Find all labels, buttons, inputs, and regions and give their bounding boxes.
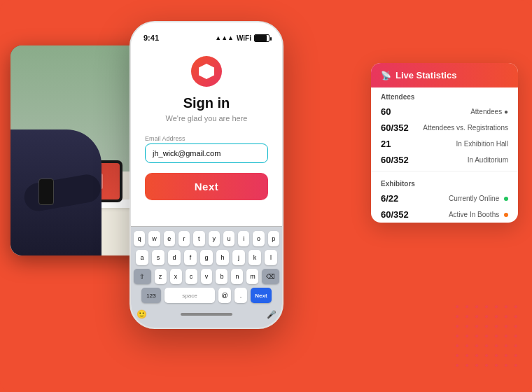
key-z[interactable]: z bbox=[155, 269, 167, 284]
held-phone bbox=[38, 178, 54, 205]
email-input[interactable]: jh_wick@gmail.com bbox=[145, 144, 268, 163]
attendees-vs-reg-count: 60/352 bbox=[381, 122, 409, 133]
online-count: 6/22 bbox=[381, 193, 409, 204]
key-c[interactable]: c bbox=[186, 269, 197, 284]
email-field-wrap: Email Address jh_wick@gmail.com bbox=[145, 135, 268, 163]
signal-icon: ▲▲▲ bbox=[215, 34, 234, 41]
keyboard-row-3: ⇧ z x c v b n m ⌫ bbox=[134, 269, 279, 284]
keyboard-row-1: q w e r t y u i o p bbox=[134, 231, 279, 246]
key-numbers[interactable]: 123 bbox=[141, 288, 161, 303]
key-n[interactable]: n bbox=[231, 269, 243, 284]
exhibition-label: In Exhibition Hall bbox=[409, 140, 508, 148]
key-o[interactable]: o bbox=[253, 231, 264, 246]
stats-header: 📡 Live Statistics bbox=[371, 63, 518, 88]
stats-row-6: 60/352 Active In Booths bbox=[371, 206, 518, 223]
key-d[interactable]: d bbox=[168, 250, 181, 265]
booths-count: 60/352 bbox=[381, 209, 409, 220]
exhibition-count: 21 bbox=[381, 139, 409, 149]
key-q[interactable]: q bbox=[134, 231, 145, 246]
keyboard-row-bottom: 🙂 🎤 bbox=[134, 307, 279, 322]
online-label: Currently Online bbox=[409, 195, 508, 202]
key-at[interactable]: @ bbox=[218, 288, 231, 303]
key-u[interactable]: u bbox=[223, 231, 234, 246]
email-label: Email Address bbox=[145, 135, 268, 142]
key-l[interactable]: l bbox=[265, 250, 277, 265]
attendees-count: 60 bbox=[381, 106, 409, 117]
key-t[interactable]: t bbox=[193, 231, 204, 246]
key-g[interactable]: g bbox=[200, 250, 213, 265]
auditorium-label: In Auditorium bbox=[409, 156, 508, 164]
keyboard-row-4: 123 space @ . Next bbox=[134, 288, 279, 303]
phone-mockup: 9:41 ▲▲▲ WiFi Sign in We're glad you are… bbox=[130, 21, 284, 329]
key-s[interactable]: s bbox=[152, 250, 164, 265]
live-icon: 📡 bbox=[381, 71, 391, 80]
key-e[interactable]: e bbox=[164, 231, 175, 246]
stats-row-2: 60/352 Attendees vs. Registrations bbox=[371, 120, 518, 136]
home-indicator bbox=[181, 313, 232, 316]
battery-icon bbox=[254, 34, 270, 42]
sign-in-title: Sign in bbox=[183, 95, 230, 111]
key-i[interactable]: i bbox=[238, 231, 249, 246]
auditorium-count: 60/352 bbox=[381, 155, 409, 165]
key-b[interactable]: b bbox=[216, 269, 227, 284]
key-v[interactable]: v bbox=[201, 269, 213, 284]
stats-title: Live Statistics bbox=[396, 70, 456, 80]
dot-decoration bbox=[456, 305, 522, 371]
key-space[interactable]: space bbox=[164, 288, 215, 303]
key-emoji[interactable]: 🙂 bbox=[134, 307, 149, 322]
key-a[interactable]: a bbox=[136, 250, 148, 265]
wifi-icon: WiFi bbox=[237, 34, 251, 42]
stats-row-4: 60/352 In Auditorium bbox=[371, 152, 518, 168]
status-bar: 9:41 ▲▲▲ WiFi bbox=[131, 22, 282, 49]
attendees-vs-reg-label: Attendees vs. Registrations bbox=[409, 124, 508, 132]
stats-row-5: 6/22 Currently Online bbox=[371, 190, 518, 206]
key-m[interactable]: m bbox=[246, 269, 258, 284]
key-mic[interactable]: 🎤 bbox=[264, 307, 279, 322]
stats-row-1: 60 Attendees ● bbox=[371, 104, 518, 120]
key-j[interactable]: j bbox=[232, 250, 245, 265]
key-period[interactable]: . bbox=[234, 288, 247, 303]
key-r[interactable]: r bbox=[178, 231, 190, 246]
logo-hexagon bbox=[199, 64, 214, 79]
key-y[interactable]: y bbox=[209, 231, 220, 246]
phone-content: Sign in We're glad you are here Email Ad… bbox=[131, 49, 282, 200]
attendees-section-label: Attendees bbox=[371, 88, 518, 104]
key-w[interactable]: w bbox=[148, 231, 160, 246]
key-delete[interactable]: ⌫ bbox=[262, 269, 279, 284]
key-p[interactable]: p bbox=[268, 231, 279, 246]
next-button[interactable]: Next bbox=[145, 173, 268, 200]
key-f[interactable]: f bbox=[184, 250, 197, 265]
key-shift[interactable]: ⇧ bbox=[134, 269, 151, 284]
key-k[interactable]: k bbox=[248, 250, 261, 265]
app-logo bbox=[191, 56, 222, 87]
keyboard-row-2: a s d f g h j k l bbox=[134, 250, 279, 265]
keyboard: q w e r t y u i o p a s d f g h j k l ⇧ … bbox=[131, 226, 282, 328]
section-divider bbox=[371, 171, 518, 172]
status-icons: ▲▲▲ WiFi bbox=[215, 34, 270, 42]
attendees-label: Attendees ● bbox=[409, 108, 508, 115]
key-h[interactable]: h bbox=[216, 250, 229, 265]
exhibitors-section-label: Exhibitors bbox=[371, 174, 518, 190]
key-next[interactable]: Next bbox=[251, 288, 272, 303]
stats-panel: 📡 Live Statistics Attendees 60 Attendees… bbox=[371, 63, 518, 223]
stats-row-3: 21 In Exhibition Hall bbox=[371, 136, 518, 152]
time-display: 9:41 bbox=[144, 34, 159, 42]
booths-label: Active In Booths bbox=[409, 211, 508, 218]
sign-in-subtitle: We're glad you are here bbox=[166, 114, 248, 122]
key-x[interactable]: x bbox=[170, 269, 182, 284]
